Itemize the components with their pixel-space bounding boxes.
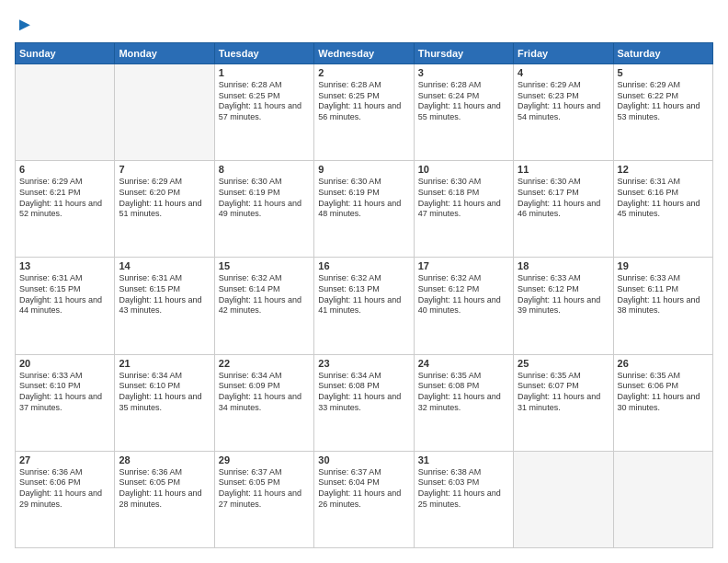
calendar-cell: 8Sunrise: 6:30 AM Sunset: 6:19 PM Daylig… — [214, 161, 313, 258]
day-info: Sunrise: 6:35 AM Sunset: 6:06 PM Dayligh… — [618, 371, 709, 414]
day-number: 7 — [119, 164, 210, 175]
day-number: 24 — [418, 358, 509, 369]
calendar-cell: 3Sunrise: 6:28 AM Sunset: 6:24 PM Daylig… — [414, 64, 513, 161]
weekday-header-saturday: Saturday — [613, 43, 712, 64]
day-info: Sunrise: 6:35 AM Sunset: 6:08 PM Dayligh… — [418, 371, 509, 414]
calendar-cell — [16, 64, 115, 161]
day-info: Sunrise: 6:37 AM Sunset: 6:05 PM Dayligh… — [219, 467, 310, 511]
calendar-cell: 7Sunrise: 6:29 AM Sunset: 6:20 PM Daylig… — [115, 161, 214, 258]
day-number: 12 — [618, 164, 709, 175]
day-info: Sunrise: 6:35 AM Sunset: 6:07 PM Dayligh… — [518, 371, 609, 414]
day-info: Sunrise: 6:31 AM Sunset: 6:16 PM Dayligh… — [618, 177, 709, 220]
weekday-header-thursday: Thursday — [414, 43, 513, 64]
calendar-cell: 10Sunrise: 6:30 AM Sunset: 6:18 PM Dayli… — [414, 161, 513, 258]
calendar-cell: 25Sunrise: 6:35 AM Sunset: 6:07 PM Dayli… — [514, 354, 613, 451]
day-info: Sunrise: 6:38 AM Sunset: 6:03 PM Dayligh… — [418, 467, 509, 511]
calendar-cell: 4Sunrise: 6:29 AM Sunset: 6:23 PM Daylig… — [514, 64, 613, 161]
day-info: Sunrise: 6:29 AM Sunset: 6:23 PM Dayligh… — [518, 80, 609, 123]
calendar-cell: 14Sunrise: 6:31 AM Sunset: 6:15 PM Dayli… — [115, 258, 214, 354]
day-info: Sunrise: 6:30 AM Sunset: 6:19 PM Dayligh… — [219, 177, 310, 220]
day-info: Sunrise: 6:33 AM Sunset: 6:10 PM Dayligh… — [19, 371, 110, 414]
day-number: 6 — [19, 164, 110, 175]
logo: ► — [15, 15, 34, 33]
weekday-header-wednesday: Wednesday — [314, 43, 414, 64]
day-number: 15 — [219, 260, 310, 271]
day-info: Sunrise: 6:28 AM Sunset: 6:25 PM Dayligh… — [318, 80, 409, 123]
day-info: Sunrise: 6:33 AM Sunset: 6:11 PM Dayligh… — [618, 273, 709, 316]
weekday-header-tuesday: Tuesday — [214, 43, 313, 64]
week-row-3: 13Sunrise: 6:31 AM Sunset: 6:15 PM Dayli… — [16, 258, 713, 354]
week-row-2: 6Sunrise: 6:29 AM Sunset: 6:21 PM Daylig… — [16, 161, 713, 258]
day-info: Sunrise: 6:29 AM Sunset: 6:20 PM Dayligh… — [119, 177, 210, 220]
calendar-cell: 17Sunrise: 6:32 AM Sunset: 6:12 PM Dayli… — [414, 258, 513, 354]
day-info: Sunrise: 6:34 AM Sunset: 6:08 PM Dayligh… — [318, 371, 409, 414]
calendar-cell: 12Sunrise: 6:31 AM Sunset: 6:16 PM Dayli… — [613, 161, 712, 258]
day-info: Sunrise: 6:32 AM Sunset: 6:14 PM Dayligh… — [219, 273, 310, 316]
day-number: 30 — [318, 454, 409, 465]
day-number: 9 — [318, 164, 409, 175]
calendar-cell: 29Sunrise: 6:37 AM Sunset: 6:05 PM Dayli… — [214, 451, 313, 547]
day-info: Sunrise: 6:34 AM Sunset: 6:09 PM Dayligh… — [219, 371, 310, 414]
day-info: Sunrise: 6:30 AM Sunset: 6:18 PM Dayligh… — [418, 177, 509, 220]
day-info: Sunrise: 6:30 AM Sunset: 6:19 PM Dayligh… — [318, 177, 409, 220]
day-info: Sunrise: 6:33 AM Sunset: 6:12 PM Dayligh… — [518, 273, 609, 316]
day-number: 13 — [19, 260, 110, 271]
day-number: 3 — [418, 67, 509, 78]
day-number: 23 — [318, 358, 409, 369]
calendar-cell: 13Sunrise: 6:31 AM Sunset: 6:15 PM Dayli… — [16, 258, 115, 354]
day-info: Sunrise: 6:28 AM Sunset: 6:25 PM Dayligh… — [219, 80, 310, 123]
week-row-5: 27Sunrise: 6:36 AM Sunset: 6:06 PM Dayli… — [16, 451, 713, 547]
calendar-cell: 15Sunrise: 6:32 AM Sunset: 6:14 PM Dayli… — [214, 258, 313, 354]
day-number: 26 — [618, 358, 709, 369]
calendar-cell: 11Sunrise: 6:30 AM Sunset: 6:17 PM Dayli… — [514, 161, 613, 258]
day-number: 28 — [119, 454, 210, 465]
calendar-cell: 23Sunrise: 6:34 AM Sunset: 6:08 PM Dayli… — [314, 354, 414, 451]
day-number: 18 — [518, 260, 609, 271]
day-info: Sunrise: 6:36 AM Sunset: 6:06 PM Dayligh… — [19, 467, 110, 511]
day-info: Sunrise: 6:31 AM Sunset: 6:15 PM Dayligh… — [19, 273, 110, 316]
day-info: Sunrise: 6:32 AM Sunset: 6:12 PM Dayligh… — [418, 273, 509, 316]
day-info: Sunrise: 6:29 AM Sunset: 6:21 PM Dayligh… — [19, 177, 110, 220]
logo-arrow-icon: ► — [16, 15, 34, 33]
day-number: 19 — [618, 260, 709, 271]
calendar-cell: 22Sunrise: 6:34 AM Sunset: 6:09 PM Dayli… — [214, 354, 313, 451]
day-number: 25 — [518, 358, 609, 369]
weekday-header-friday: Friday — [514, 43, 613, 64]
day-number: 27 — [19, 454, 110, 465]
week-row-1: 1Sunrise: 6:28 AM Sunset: 6:25 PM Daylig… — [16, 64, 713, 161]
calendar-cell: 18Sunrise: 6:33 AM Sunset: 6:12 PM Dayli… — [514, 258, 613, 354]
header: ► — [15, 15, 713, 33]
calendar-cell — [613, 451, 712, 547]
calendar-cell: 24Sunrise: 6:35 AM Sunset: 6:08 PM Dayli… — [414, 354, 513, 451]
day-info: Sunrise: 6:32 AM Sunset: 6:13 PM Dayligh… — [318, 273, 409, 316]
calendar-cell: 26Sunrise: 6:35 AM Sunset: 6:06 PM Dayli… — [613, 354, 712, 451]
day-info: Sunrise: 6:36 AM Sunset: 6:05 PM Dayligh… — [119, 467, 210, 511]
day-info: Sunrise: 6:34 AM Sunset: 6:10 PM Dayligh… — [119, 371, 210, 414]
day-info: Sunrise: 6:29 AM Sunset: 6:22 PM Dayligh… — [618, 80, 709, 123]
day-info: Sunrise: 6:28 AM Sunset: 6:24 PM Dayligh… — [418, 80, 509, 123]
weekday-header-sunday: Sunday — [16, 43, 115, 64]
day-number: 14 — [119, 260, 210, 271]
day-number: 1 — [219, 67, 310, 78]
calendar-cell: 19Sunrise: 6:33 AM Sunset: 6:11 PM Dayli… — [613, 258, 712, 354]
calendar-cell: 20Sunrise: 6:33 AM Sunset: 6:10 PM Dayli… — [16, 354, 115, 451]
calendar-cell: 28Sunrise: 6:36 AM Sunset: 6:05 PM Dayli… — [115, 451, 214, 547]
calendar-cell: 31Sunrise: 6:38 AM Sunset: 6:03 PM Dayli… — [414, 451, 513, 547]
calendar-cell: 30Sunrise: 6:37 AM Sunset: 6:04 PM Dayli… — [314, 451, 414, 547]
calendar-cell: 1Sunrise: 6:28 AM Sunset: 6:25 PM Daylig… — [214, 64, 313, 161]
calendar-cell: 21Sunrise: 6:34 AM Sunset: 6:10 PM Dayli… — [115, 354, 214, 451]
weekday-header-row: SundayMondayTuesdayWednesdayThursdayFrid… — [16, 43, 713, 64]
calendar-cell: 2Sunrise: 6:28 AM Sunset: 6:25 PM Daylig… — [314, 64, 414, 161]
day-info: Sunrise: 6:30 AM Sunset: 6:17 PM Dayligh… — [518, 177, 609, 220]
calendar-cell: 5Sunrise: 6:29 AM Sunset: 6:22 PM Daylig… — [613, 64, 712, 161]
day-number: 10 — [418, 164, 509, 175]
day-number: 17 — [418, 260, 509, 271]
week-row-4: 20Sunrise: 6:33 AM Sunset: 6:10 PM Dayli… — [16, 354, 713, 451]
day-number: 22 — [219, 358, 310, 369]
day-number: 29 — [219, 454, 310, 465]
day-info: Sunrise: 6:37 AM Sunset: 6:04 PM Dayligh… — [318, 467, 409, 511]
day-number: 31 — [418, 454, 509, 465]
day-number: 5 — [618, 67, 709, 78]
calendar-cell: 6Sunrise: 6:29 AM Sunset: 6:21 PM Daylig… — [16, 161, 115, 258]
day-info: Sunrise: 6:31 AM Sunset: 6:15 PM Dayligh… — [119, 273, 210, 316]
